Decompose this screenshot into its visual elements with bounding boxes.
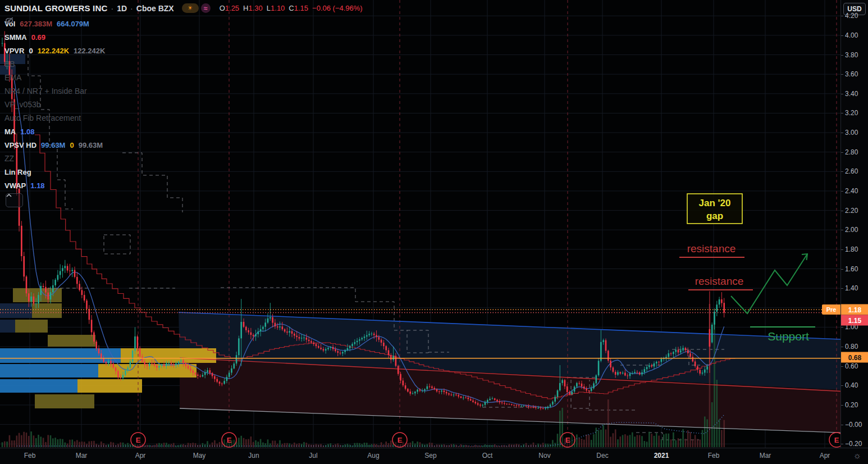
legend-label: VWAP [4, 181, 26, 190]
legend-row-smma[interactable]: SMMA0.69 [4, 30, 105, 44]
legend-value: 0 [29, 47, 33, 55]
price-chart-canvas[interactable]: EEEEEJan '20gapresistanceresistanceSuppo… [0, 0, 868, 464]
legend-label: MA [4, 128, 16, 136]
legend-row-nr4-nr7[interactable]: NR4 / NR7 + Inside Bar [4, 84, 105, 98]
price-tick-label: 0.80 [845, 343, 858, 351]
price-tick-label: 1.80 [845, 245, 858, 253]
price-tick-label: 1.40 [845, 284, 858, 292]
time-tick-may: May [193, 452, 206, 460]
interval-label[interactable]: 1D [117, 4, 127, 13]
ohlc-c: C1.15 [289, 4, 308, 12]
price-tick-mark [841, 171, 843, 172]
legend-label: Auto Fib Retracement [4, 113, 81, 122]
legend-value: 664.079M [57, 20, 89, 28]
legend-row-vpvr[interactable]: VPVR0122.242K122.242K [4, 44, 105, 57]
legend-value: 1.18 [30, 181, 44, 190]
price-tick-label: 3.60 [845, 70, 858, 78]
separator: · [130, 4, 133, 13]
symbol-header: SUNDIAL GROWERS INC · 1D · Cboe BZX ☀≈ O… [4, 3, 363, 13]
legend-label: Lin Reg [4, 168, 31, 176]
legend-label: VPVR [4, 47, 24, 55]
price-tick-mark [841, 288, 843, 289]
legend-row-zz[interactable]: ZZ [4, 152, 105, 165]
price-tag-1.15: 1.15 [841, 315, 868, 326]
ohlc-o: O1.25 [220, 4, 239, 12]
indicator-legend: Vol627.383M664.079MSMMA0.69VPVR0122.242K… [4, 17, 105, 192]
svg-text:E: E [227, 436, 232, 444]
price-tag-0.68: 0.68 [841, 352, 868, 363]
resistance-label-1: resistance [687, 243, 736, 254]
time-tick-apr: Apr [135, 452, 146, 460]
legend-row-ema[interactable]: EMA [4, 71, 105, 84]
legend-row-lin-reg[interactable]: Lin Reg [4, 165, 105, 179]
svg-text:E: E [398, 436, 403, 444]
price-tick-mark [841, 94, 843, 94]
legend-label: SMMA [4, 33, 27, 42]
price-axis[interactable]: USD 4.204.003.803.603.403.203.002.802.60… [840, 0, 868, 448]
price-tick-mark [841, 327, 843, 327]
price-tick-label: 2.40 [845, 187, 858, 195]
resistance-label-2: resistance [695, 275, 744, 287]
price-tick-mark [841, 16, 843, 16]
legend-row-vp-v053b[interactable]: VP_v053b [4, 98, 105, 111]
price-tick-label: 2.00 [845, 226, 858, 234]
legend-label: VPSV HD [4, 141, 36, 149]
time-tick-feb: Feb [708, 452, 720, 460]
time-tick-mar: Mar [76, 452, 88, 460]
price-tick-mark [841, 249, 843, 250]
ohlc-h: H1.30 [243, 4, 263, 12]
price-tick-mark [841, 191, 843, 192]
support-label: Support [768, 330, 809, 343]
legend-row-ma[interactable]: MA1.08 [4, 125, 105, 138]
legend-label: VP_v053b [4, 100, 41, 109]
time-tick-jul: Jul [309, 452, 317, 460]
price-tick-mark [841, 444, 843, 444]
price-tick-label: 2.60 [845, 167, 858, 175]
legend-label: ZZ [4, 154, 14, 163]
price-tick-label: 0.60 [845, 362, 858, 370]
price-tick-mark [841, 425, 843, 425]
legend-value: 627.383M [20, 20, 52, 28]
price-tick-mark [841, 113, 843, 113]
legend-label: EMA [4, 73, 21, 82]
legend-value: 99.63M [41, 141, 65, 149]
approx-data-badge: ≈ [201, 3, 211, 13]
trading-chart-app: EEEEEJan '20gapresistanceresistanceSuppo… [0, 0, 868, 464]
legend-value: 99.63M [79, 141, 103, 149]
symbol-name[interactable]: SUNDIAL GROWERS INC [4, 3, 108, 13]
time-tick-2021: 2021 [654, 452, 669, 460]
legend-row-vwap[interactable]: VWAP1.18 [4, 179, 105, 192]
status-badges: ☀≈ [182, 3, 211, 13]
annotations[interactable]: Jan '20gapresistanceresistanceSupport [679, 194, 815, 343]
legend-label: NR4 / NR7 + Inside Bar [4, 87, 87, 95]
separator: · [111, 4, 114, 13]
legend-row-auto-fib[interactable]: Auto Fib Retracement [4, 111, 105, 125]
exchange-label[interactable]: Cboe BZX [136, 4, 174, 13]
price-tick-mark [841, 347, 843, 347]
ohlc-readout: O1.25H1.30L1.10C1.15−0.06 (−4.96%) [220, 4, 363, 12]
legend-row-vpsv-hd[interactable]: VPSV HD99.63M099.63M [4, 138, 105, 152]
svg-text:E: E [565, 436, 570, 444]
legend-row-bb[interactable]: BB [4, 57, 105, 71]
price-tick-mark [841, 133, 843, 133]
legend-row-vol[interactable]: Vol627.383M664.079M [4, 17, 105, 30]
time-tick-dec: Dec [596, 452, 608, 460]
price-tick-mark [841, 269, 843, 270]
price-tick-mark [841, 405, 843, 406]
price-tick-mark [841, 230, 843, 230]
price-tick-mark [841, 366, 843, 367]
price-tick-mark [841, 74, 843, 75]
legend-collapse-button[interactable] [6, 193, 23, 207]
time-tick-aug: Aug [367, 452, 379, 460]
time-tick-apr: Apr [820, 452, 830, 460]
price-tick-label: 3.80 [845, 51, 858, 59]
time-axis[interactable]: ☼ FebMarAprMayJunJulAugSepOctNovDec2021F… [0, 448, 868, 464]
time-tick-oct: Oct [482, 452, 493, 460]
legend-value: 1.08 [20, 128, 34, 136]
axis-settings-icon[interactable]: ☼ [853, 451, 861, 461]
price-tick-label: 0.20 [845, 401, 858, 409]
price-tick-label: −0.20 [845, 440, 862, 448]
price-tick-mark [841, 55, 843, 56]
price-tick-label: 1.60 [845, 265, 858, 273]
legend-value: 122.242K [74, 47, 105, 55]
